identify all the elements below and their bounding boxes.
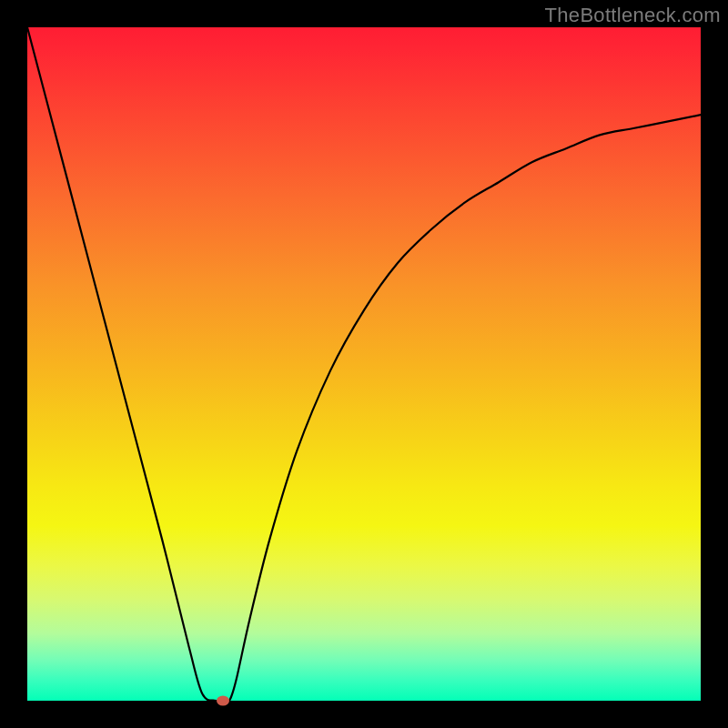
watermark-text: TheBottleneck.com — [545, 4, 721, 27]
optimal-point-marker — [217, 696, 229, 706]
plot-area — [27, 27, 701, 701]
bottleneck-curve — [27, 27, 701, 701]
chart-frame: TheBottleneck.com — [0, 0, 728, 728]
